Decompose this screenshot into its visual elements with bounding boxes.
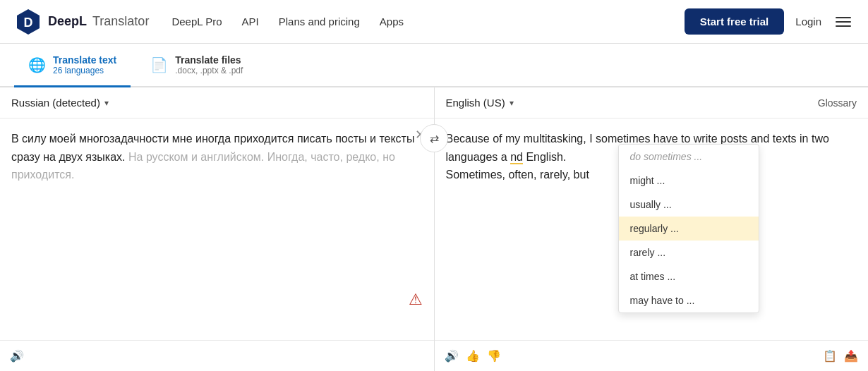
target-panel-header: English (US) ▾ Glossary: [435, 87, 869, 118]
dropdown-item-usually[interactable]: usually ...: [619, 193, 759, 217]
source-speaker-icon[interactable]: 🔊: [10, 349, 24, 363]
source-panel: Russian (detected) ▾ В силу моей многоза…: [0, 87, 435, 371]
hamburger-line-1: [836, 17, 851, 18]
nav-right: Start free trial Login: [685, 8, 854, 35]
dropdown-item-might[interactable]: might ...: [619, 169, 759, 193]
nav-apps[interactable]: Apps: [380, 16, 404, 28]
target-panel: English (US) ▾ Glossary Because of my mu…: [435, 87, 869, 371]
tab-translate-text[interactable]: 🌐 Translate text 26 languages: [14, 44, 131, 87]
nav-api[interactable]: API: [242, 16, 259, 28]
dropdown-prefix: do sometimes ...: [619, 145, 759, 169]
copy-icon[interactable]: 📋: [823, 349, 837, 363]
tab-translate-text-label: Translate text: [53, 54, 116, 66]
hamburger-line-2: [836, 21, 851, 23]
globe-icon: 🌐: [28, 56, 46, 73]
alternatives-dropdown: do sometimes ... might ... usually ... r…: [618, 144, 759, 313]
translation-text-line2: Sometimes, often, rarely, but: [446, 169, 589, 181]
svg-text:D: D: [24, 16, 33, 30]
translation-text-after: English.: [526, 151, 566, 163]
share-icon[interactable]: 📤: [844, 349, 858, 363]
tab-translate-files-label: Translate files: [175, 54, 243, 66]
nav-deepl-pro[interactable]: DeepL Pro: [171, 16, 222, 28]
tab-text-label-group: Translate text 26 languages: [53, 54, 116, 75]
logo-product: Translator: [92, 14, 149, 29]
source-panel-footer: 🔊: [0, 340, 434, 371]
swap-languages-button[interactable]: ⇄: [420, 124, 448, 152]
target-language-selector[interactable]: English (US) ▾: [446, 97, 514, 109]
source-language-label: Russian (detected): [11, 97, 100, 109]
tab-files-label-group: Translate files .docx, .pptx & .pdf: [175, 54, 243, 75]
file-icon: 📄: [150, 56, 168, 73]
error-icon: ⚠: [409, 287, 423, 312]
tab-translate-files-sub: .docx, .pptx & .pdf: [175, 66, 243, 75]
deepl-logo-icon: D: [14, 8, 42, 36]
source-lang-chevron-icon: ▾: [104, 98, 109, 108]
target-speaker-icon[interactable]: 🔊: [445, 349, 459, 363]
source-panel-header: Russian (detected) ▾: [0, 87, 434, 118]
thumbup-icon[interactable]: 👍: [466, 349, 480, 363]
target-lang-chevron-icon: ▾: [510, 98, 514, 108]
dropdown-item-at-times[interactable]: at times ...: [619, 264, 759, 288]
target-panel-footer: 🔊 👍 👎 📋 📤: [435, 340, 869, 371]
nav-plans-pricing[interactable]: Plans and pricing: [279, 16, 360, 28]
tabs-bar: 🌐 Translate text 26 languages 📄 Translat…: [0, 44, 868, 87]
dropdown-item-may-have-to[interactable]: may have to ...: [619, 288, 759, 312]
translation-alt-word[interactable]: nd: [510, 151, 523, 164]
hamburger-line-3: [836, 25, 851, 27]
translator-area: Russian (detected) ▾ В силу моей многоза…: [0, 87, 868, 371]
dropdown-item-regularly[interactable]: regularly ...: [619, 217, 759, 241]
tab-translate-files[interactable]: 📄 Translate files .docx, .pptx & .pdf: [136, 44, 257, 87]
source-text-area[interactable]: В силу моей многозадачности мне иногда п…: [0, 118, 434, 340]
tab-translate-text-sub: 26 languages: [53, 66, 116, 75]
target-language-label: English (US): [446, 97, 505, 109]
glossary-button[interactable]: Glossary: [818, 97, 857, 109]
logo-area: D DeepL Translator: [14, 8, 149, 36]
dropdown-item-rarely[interactable]: rarely ...: [619, 241, 759, 264]
start-trial-button[interactable]: Start free trial: [685, 8, 785, 35]
logo-brand: DeepL: [48, 14, 87, 29]
source-language-selector[interactable]: Russian (detected) ▾: [11, 97, 109, 109]
nav-links: DeepL Pro API Plans and pricing Apps: [171, 16, 684, 28]
thumbdown-icon[interactable]: 👎: [487, 349, 501, 363]
swap-icon: ⇄: [430, 132, 439, 145]
navbar: D DeepL Translator DeepL Pro API Plans a…: [0, 0, 868, 44]
hamburger-menu-button[interactable]: [833, 14, 854, 30]
login-button[interactable]: Login: [795, 16, 821, 28]
